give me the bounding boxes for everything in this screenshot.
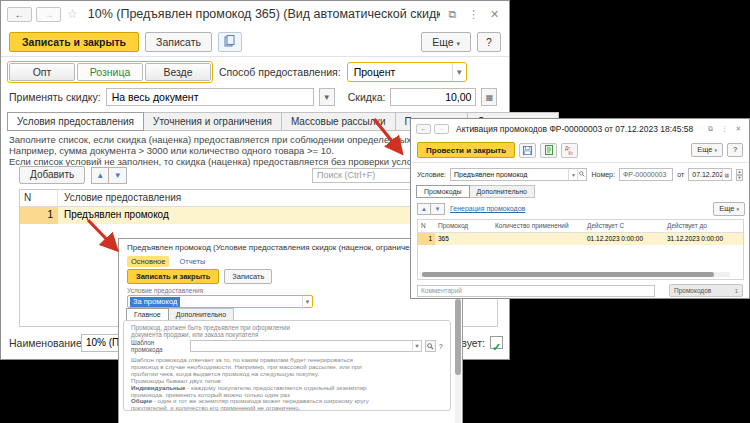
more-vert-icon[interactable]: ⋮ — [465, 8, 482, 21]
hint-line: Промокод, должен быть предъявлен при офо… — [131, 324, 290, 331]
move-up-icon[interactable]: ▲ — [417, 203, 431, 215]
discount-value-input[interactable]: 10,00 — [390, 88, 476, 106]
help-button[interactable]: ? — [477, 32, 501, 52]
discount-row: Применять скидку: На весь документ ▼ Ски… — [1, 85, 509, 109]
condition-select[interactable]: Предъявлен промокод ▼ — [450, 168, 587, 181]
number-input[interactable]: ФР-00000003 — [619, 168, 673, 181]
apply-discount-select[interactable]: На весь документ — [106, 88, 314, 106]
get-link-icon[interactable]: ⧉ — [444, 8, 461, 21]
popup-command-bar: Записать и закрыть Записать — [127, 269, 272, 284]
add-button[interactable]: Добавить — [19, 166, 85, 184]
calendar-icon[interactable]: ▦ — [722, 169, 731, 181]
scrollbar-thumb[interactable] — [422, 272, 714, 277]
provision-method-select[interactable]: Процент ▼ — [347, 62, 467, 82]
post-document-icon[interactable] — [540, 143, 557, 158]
desktop-background: ← → ☆ 10% (Предъявлен промокод 365) (Вид… — [0, 0, 750, 423]
move-buttons: ▲ ▼ — [91, 167, 127, 184]
magnifier-icon[interactable] — [425, 340, 436, 352]
condition-type-select[interactable]: За промокод ▼ — [127, 295, 313, 308]
magnifier-icon[interactable] — [577, 169, 586, 181]
scrollbar-thumb[interactable] — [455, 299, 461, 375]
chevron-down-icon: ▾ — [714, 147, 717, 153]
tab-massovye-rassylki[interactable]: Массовые рассылки — [282, 112, 396, 131]
close-icon[interactable]: ✕ — [486, 8, 503, 21]
more-button[interactable]: Еще ▾ — [421, 32, 471, 52]
description-paragraph: Шаблон промокода отвечает за то, по каки… — [131, 357, 379, 378]
more-vert-icon[interactable]: ⋮ — [719, 125, 730, 133]
spin-down-icon: ▼ — [736, 175, 743, 181]
save-icon[interactable] — [519, 143, 536, 158]
chevron-down-icon: ▼ — [452, 63, 466, 81]
tab-utochneniya-i-ogranicheniya[interactable]: Уточнения и ограничения — [144, 112, 282, 131]
tab-dopolnitelno[interactable]: Дополнительно — [470, 185, 535, 198]
number-label: Номер: — [591, 171, 615, 178]
hint-line: документа продажи, или заказа покупателя — [131, 331, 290, 338]
tab-usloviya-predostavleniya[interactable]: Условия предоставления — [7, 112, 144, 131]
favorite-star-icon[interactable]: ☆ — [67, 7, 78, 21]
chevron-down-icon: ▼ — [302, 296, 312, 309]
empty-value — [191, 341, 412, 351]
activation-tabs: Промокоды Дополнительно — [416, 185, 535, 198]
save-close-button[interactable]: Записать и закрыть — [9, 32, 139, 52]
save-button[interactable]: Записать — [145, 32, 212, 52]
back-arrow-icon[interactable]: ← — [416, 124, 431, 134]
forward-arrow-icon[interactable]: → — [434, 124, 449, 134]
promocode-hint: Промокод, должен быть предъявлен при офо… — [131, 324, 290, 338]
more-button[interactable]: Еще ▾ — [713, 202, 745, 216]
popup-nav: Основное Отчеты — [127, 256, 205, 267]
date-spinner[interactable]: ▲▼ — [736, 169, 743, 181]
active-checkbox[interactable]: ✓ — [490, 336, 503, 349]
header-fields-row: Условие: Предъявлен промокод ▼ Номер: ФР… — [411, 166, 749, 183]
copy-document-icon[interactable] — [218, 32, 242, 52]
command-bar: Провести и закрыть ДтКт Еще ▾ ? — [411, 138, 749, 163]
promocode-counter: Промокодов 1 — [669, 284, 743, 297]
vertical-scrollbar[interactable] — [455, 295, 461, 423]
channel-row: Опт Розница Везде Способ предоставления:… — [1, 59, 509, 85]
field-help[interactable]: ? — [439, 343, 443, 350]
tab-content-panel: Промокод, должен быть предъявлен при офо… — [123, 320, 451, 411]
calculator-icon[interactable]: ▦ — [481, 88, 497, 106]
command-bar: Записать и закрыть Записать Еще ▾ ? — [1, 27, 509, 57]
forward-arrow-icon[interactable]: → — [36, 7, 61, 22]
help-button[interactable]: ? — [727, 143, 743, 157]
dtkt-postings-icon[interactable]: ДтКт — [561, 143, 578, 158]
footer-row: Комментарий Промокодов 1 — [411, 283, 749, 298]
nav-otchety[interactable]: Отчеты — [179, 257, 205, 266]
move-down-icon[interactable]: ▼ — [431, 203, 445, 215]
channel-vezde-button[interactable]: Везде — [145, 63, 211, 81]
date-input[interactable]: 07.12.2023 ▦ — [688, 168, 732, 181]
channel-opt-button[interactable]: Опт — [9, 63, 75, 81]
get-link-icon[interactable]: ⧉ — [705, 125, 716, 133]
comment-input[interactable]: Комментарий — [417, 285, 655, 297]
tab-promokody[interactable]: Промокоды — [416, 185, 470, 198]
name-label: Наименование: — [9, 337, 85, 349]
description-paragraph: Общие - один и тот же экземпляр промокод… — [131, 398, 379, 411]
move-up-icon[interactable]: ▲ — [91, 167, 109, 184]
chevron-down-icon: ▾ — [456, 40, 460, 47]
row-number: 1 — [418, 233, 435, 245]
post-close-button[interactable]: Провести и закрыть — [417, 142, 515, 158]
table-header: N Промокод Количество применений Действу… — [418, 220, 743, 233]
save-button[interactable]: Записать — [224, 269, 272, 284]
template-select[interactable]: ▼ — [190, 340, 422, 352]
svg-text:Кт: Кт — [568, 150, 573, 154]
condition-type-label: Условие предоставления — [127, 287, 203, 294]
horizontal-scrollbar[interactable] — [420, 272, 730, 277]
generate-promocodes-link[interactable]: Генерация промокодов — [450, 205, 525, 212]
search-input[interactable]: Поиск (Ctrl+F) — [312, 168, 412, 183]
save-close-button[interactable]: Записать и закрыть — [127, 269, 219, 284]
column-n: N — [418, 220, 435, 232]
template-label: Шаблон промокода — [131, 339, 187, 353]
more-button[interactable]: Еще ▾ — [691, 143, 723, 157]
apply-discount-dropdown-button[interactable]: ▼ — [319, 88, 335, 106]
move-down-icon[interactable]: ▼ — [109, 167, 127, 184]
title-bar: ← → Активация промокодов ФР-00000003 от … — [411, 119, 749, 138]
nav-osnovnoe[interactable]: Основное — [127, 256, 169, 267]
column-usage-count: Количество применений — [492, 220, 584, 232]
row-valid-from: 01.12.2023 0:00:00 — [584, 233, 664, 245]
back-arrow-icon[interactable]: ← — [7, 7, 32, 22]
close-icon[interactable]: ✕ — [733, 125, 744, 133]
table-row[interactable]: 1 365 01.12.2023 0:00:00 31.12.2023 0:00… — [418, 233, 743, 245]
channel-roznica-button[interactable]: Розница — [77, 63, 143, 81]
chevron-down-icon: ▼ — [568, 169, 577, 181]
